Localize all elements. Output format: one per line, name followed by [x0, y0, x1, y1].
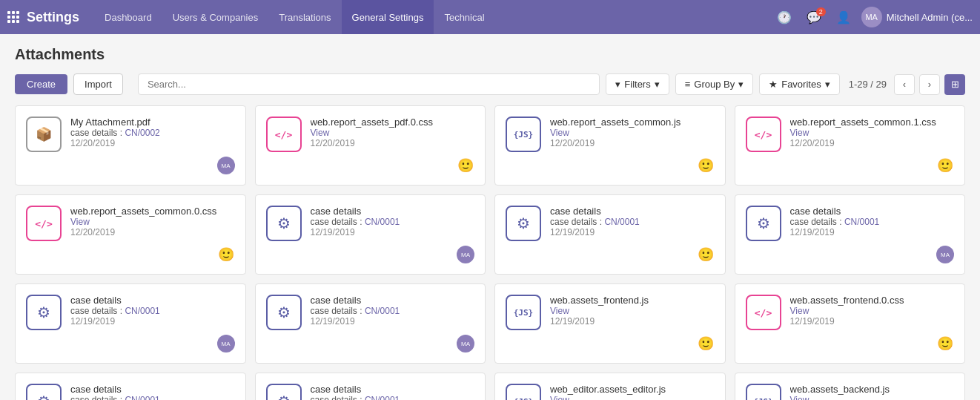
messages-icon-button[interactable]: 💬 2: [802, 7, 826, 27]
card-item[interactable]: {JS}web.assets_frontend.jsView12/19/2019…: [494, 283, 726, 364]
card-header-row: 📦My Attachment.pdfcase details : CN/0002…: [26, 117, 235, 152]
import-button[interactable]: Import: [73, 73, 123, 95]
card-item[interactable]: 📦My Attachment.pdfcase details : CN/0002…: [15, 105, 246, 186]
card-bottom-row: MA: [266, 335, 475, 353]
cards-grid: 📦My Attachment.pdfcase details : CN/0002…: [15, 105, 965, 400]
card-header-row: </>web.report_assets_pdf.0.cssView12/20/…: [266, 117, 475, 152]
card-date: 12/20/2019: [790, 138, 955, 148]
view-toggle-grid[interactable]: ⊞: [944, 74, 965, 95]
navbar-menu-item[interactable]: Translations: [268, 0, 341, 34]
card-avatar: 🙂: [697, 157, 715, 174]
card-link[interactable]: View: [790, 395, 955, 400]
card-link[interactable]: case details : CN/0001: [311, 217, 475, 227]
card-avatar: MA: [936, 246, 954, 263]
groupby-dropdown-icon: ▾: [738, 79, 744, 90]
card-link[interactable]: case details : CN/0001: [790, 217, 955, 227]
filters-button[interactable]: ▾ Filters ▾: [606, 73, 669, 95]
card-avatar: 🙂: [936, 335, 954, 353]
card-header-row: ⚙case detailscase details : CN/000112/19…: [26, 384, 235, 400]
pagination-prev[interactable]: ‹: [894, 74, 915, 95]
navbar-menu-item[interactable]: Technical: [434, 0, 494, 34]
star-icon: ★: [769, 79, 778, 90]
card-info: web.report_assets_common.0.cssView12/20/…: [70, 206, 235, 237]
avatar: MA: [861, 7, 882, 27]
card-bottom-row: MA: [266, 246, 475, 263]
filters-label: Filters: [624, 79, 650, 90]
card-header-row: ⚙case detailscase details : CN/000112/19…: [266, 295, 475, 330]
card-link[interactable]: View: [550, 395, 715, 400]
card-name: web.report_assets_pdf.0.css: [311, 117, 475, 128]
favorites-button[interactable]: ★ Favorites ▾: [759, 73, 839, 95]
card-item[interactable]: </>web.report_assets_pdf.0.cssView12/20/…: [255, 105, 486, 186]
navbar: Settings DashboardUsers & CompaniesTrans…: [0, 0, 980, 34]
card-header-row: ⚙case detailscase details : CN/000112/19…: [266, 384, 475, 400]
card-file-icon: {JS}: [746, 384, 781, 400]
card-item[interactable]: </>web.report_assets_common.1.cssView12/…: [735, 105, 966, 186]
card-item[interactable]: </>web.assets_frontend.0.cssView12/19/20…: [735, 283, 966, 364]
left-actions: Create Import: [15, 73, 123, 95]
card-file-icon: ⚙: [506, 206, 541, 241]
card-item[interactable]: {JS}web.assets_backend.jsView12/19/2019🙂: [735, 373, 966, 400]
card-item[interactable]: ⚙case detailscase details : CN/000112/19…: [15, 373, 246, 400]
card-link[interactable]: View: [550, 128, 715, 138]
card-file-icon: </>: [746, 117, 781, 152]
card-link[interactable]: case details : CN/0001: [550, 217, 715, 227]
card-link[interactable]: View: [790, 128, 955, 138]
card-item[interactable]: ⚙case detailscase details : CN/000112/19…: [15, 283, 246, 364]
navbar-menu-item[interactable]: Dashboard: [94, 0, 162, 34]
card-info: web.report_assets_pdf.0.cssView12/20/201…: [311, 117, 475, 148]
card-link[interactable]: case details : CN/0001: [70, 306, 235, 316]
user-menu[interactable]: MA Mitchell Admin (ce...: [861, 7, 973, 27]
groupby-button[interactable]: ≡ Group By ▾: [675, 73, 754, 95]
card-link[interactable]: View: [311, 128, 475, 138]
card-item[interactable]: {JS}web_editor.assets_editor.jsView12/19…: [494, 373, 726, 400]
navbar-right: 🕐 💬 2 👤 MA Mitchell Admin (ce...: [772, 7, 973, 27]
card-bottom-row: 🙂: [506, 246, 715, 263]
card-name: case details: [311, 206, 475, 217]
card-avatar: 🙂: [697, 246, 715, 263]
card-header-row: ⚙case detailscase details : CN/000112/19…: [26, 295, 235, 330]
card-item[interactable]: ⚙case detailscase details : CN/000112/19…: [255, 373, 486, 400]
card-file-icon: </>: [26, 206, 62, 241]
card-info: case detailscase details : CN/000112/19/…: [70, 384, 235, 400]
contacts-icon-button[interactable]: 👤: [832, 7, 855, 27]
filters-dropdown-icon: ▾: [655, 79, 660, 90]
card-link[interactable]: case details : CN/0001: [70, 395, 235, 400]
navbar-menu-item[interactable]: Users & Companies: [162, 0, 269, 34]
card-info: web_editor.assets_editor.jsView12/19/201…: [550, 384, 715, 400]
card-item[interactable]: ⚙case detailscase details : CN/000112/19…: [494, 194, 726, 275]
card-link[interactable]: case details : CN/0001: [311, 395, 475, 400]
card-name: case details: [70, 295, 235, 306]
pagination-controls: 1-29 / 29 ‹ › ⊞: [846, 74, 965, 95]
card-name: web.report_assets_common.0.css: [70, 206, 235, 217]
navbar-menu-item[interactable]: General Settings: [342, 0, 434, 34]
navbar-menu: DashboardUsers & CompaniesTranslationsGe…: [94, 0, 495, 34]
create-button[interactable]: Create: [15, 74, 67, 94]
card-item[interactable]: {JS}web.report_assets_common.jsView12/20…: [494, 105, 726, 186]
search-input[interactable]: [138, 73, 600, 95]
content-area: Attachments Create Import ▾ Filters ▾ ≡ …: [0, 34, 980, 400]
brand-title[interactable]: Settings: [27, 10, 79, 25]
card-item[interactable]: </>web.report_assets_common.0.cssView12/…: [15, 194, 246, 275]
card-link[interactable]: case details : CN/0002: [70, 128, 235, 138]
card-info: web.assets_frontend.0.cssView12/19/2019: [790, 295, 955, 327]
card-item[interactable]: ⚙case detailscase details : CN/000112/19…: [255, 194, 486, 275]
card-info: case detailscase details : CN/000112/19/…: [311, 384, 475, 400]
apps-menu-button[interactable]: [7, 11, 19, 23]
card-file-icon: {JS}: [506, 117, 541, 152]
card-item[interactable]: ⚙case detailscase details : CN/000112/19…: [255, 283, 486, 364]
card-date: 12/19/2019: [311, 227, 475, 237]
card-bottom-row: 🙂: [746, 157, 955, 174]
favorites-label: Favorites: [781, 79, 821, 90]
card-link[interactable]: case details : CN/0001: [311, 306, 475, 316]
clock-icon-button[interactable]: 🕐: [772, 7, 796, 27]
pagination-next[interactable]: ›: [919, 74, 940, 95]
card-link[interactable]: View: [70, 217, 235, 227]
card-name: My Attachment.pdf: [70, 117, 235, 128]
card-file-icon: ⚙: [746, 206, 781, 241]
card-item[interactable]: ⚙case detailscase details : CN/000112/19…: [735, 194, 966, 275]
card-link[interactable]: View: [790, 306, 955, 316]
card-avatar: 🙂: [217, 246, 235, 263]
card-avatar: MA: [457, 246, 474, 263]
card-link[interactable]: View: [550, 306, 715, 316]
